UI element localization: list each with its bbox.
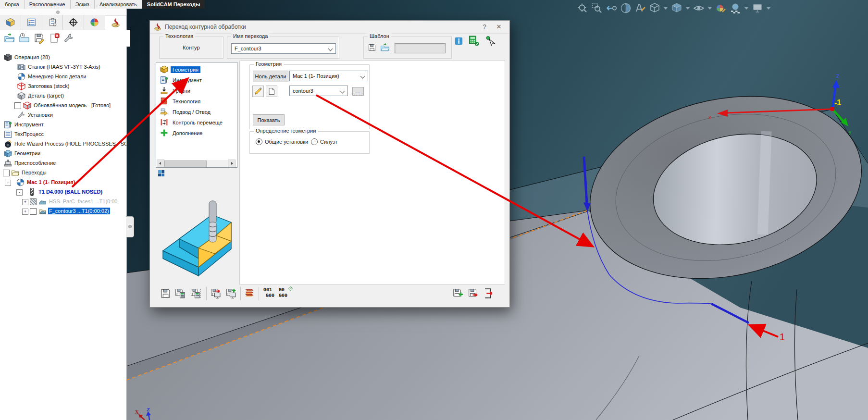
help-button[interactable]: ? — [479, 23, 490, 31]
tree-item-9[interactable]: ТехПроцесс — [0, 130, 126, 139]
tree-item-7[interactable]: Установки — [0, 111, 126, 120]
save-run-icon[interactable] — [468, 288, 479, 299]
template-name-field[interactable] — [395, 43, 446, 53]
radio-general-settings[interactable]: Общие установки — [256, 138, 308, 145]
toolbar-collapse-strip[interactable] — [0, 9, 126, 15]
menu-tab-3[interactable]: Эскиз — [71, 0, 95, 9]
pick-cursor-icon[interactable] — [484, 36, 496, 47]
hide-items-icon[interactable] — [693, 2, 705, 14]
collapse-icon[interactable]: - — [5, 180, 11, 186]
edit-geometry-button[interactable] — [252, 86, 264, 97]
pages-grid-icon[interactable] — [158, 170, 165, 177]
new-geometry-button[interactable] — [266, 86, 277, 97]
appearance-icon[interactable] — [715, 2, 727, 14]
tree-item-10[interactable]: Hole Wizard Process (HOLE PROCESSES - SO… — [0, 140, 126, 148]
panel-splitter-handle[interactable] — [126, 216, 134, 237]
radio-silhouette[interactable]: Силуэт — [311, 138, 337, 145]
menu-tab-5[interactable]: SolidCAM Переходы — [142, 0, 205, 9]
panel-tab-mate-tab[interactable] — [42, 15, 63, 30]
save-icon[interactable] — [160, 288, 171, 299]
tree-item-6[interactable]: Обновлённая модель - [Готово] — [0, 101, 126, 110]
section-view-icon[interactable] — [620, 2, 632, 14]
nav-horizontal-scrollbar[interactable] — [157, 160, 236, 167]
save-calc-icon[interactable] — [174, 288, 186, 299]
view-settings-icon[interactable] — [752, 2, 763, 14]
browse-geometry-button[interactable]: ... — [352, 87, 364, 96]
panel-tab-appearance-tab[interactable] — [84, 15, 105, 30]
scrollbar-thumb[interactable] — [164, 161, 207, 167]
calc-monitor-icon[interactable] — [210, 288, 221, 299]
dialog-nav-уровни[interactable]: Уровни — [156, 86, 236, 96]
tree-item-16[interactable]: +HSS_ParC_faces1 ...T1(0:00 — [0, 198, 126, 206]
recent-docs-icon[interactable] — [19, 33, 30, 44]
tree-checkbox[interactable] — [30, 198, 37, 205]
tree-item-8[interactable]: Инструмент — [0, 121, 126, 129]
tree-item-5[interactable]: Деталь (target) — [0, 92, 126, 100]
chevron-down-icon[interactable] — [664, 7, 668, 10]
layers-icon[interactable] — [244, 288, 255, 299]
previous-view-icon[interactable] — [606, 2, 617, 14]
tree-item-15[interactable]: -T1 D4.000 (BALL NOSED) — [0, 188, 126, 197]
exit-icon[interactable] — [483, 288, 494, 299]
chevron-down-icon[interactable] — [708, 7, 712, 10]
scroll-left-icon[interactable] — [157, 160, 164, 167]
save-plus-icon[interactable] — [452, 288, 463, 299]
tree-checkbox[interactable] — [14, 102, 21, 109]
collapse-icon[interactable]: - — [16, 189, 23, 196]
panel-tab-solidcam-tab[interactable] — [105, 15, 126, 30]
dialog-nav-подвод-отвод[interactable]: Подвод / Отвод — [156, 107, 236, 117]
operation-name-combobox[interactable]: F_contour3 — [231, 43, 336, 54]
open-template-folder-icon[interactable] — [380, 43, 390, 52]
tree-item-1[interactable]: Операция (28) — [0, 53, 126, 62]
display-style-icon[interactable] — [671, 2, 682, 14]
menu-tab-1[interactable]: борка — [0, 0, 25, 9]
dialog-nav-дополнение[interactable]: Дополнение — [156, 128, 236, 138]
tree-item-3[interactable]: Менеджер Ноля детали — [0, 73, 126, 81]
tree-item-17[interactable]: +F_contour3 ...T1(0:00:02) — [0, 207, 126, 216]
dialog-nav-инструмент[interactable]: Инструмент — [156, 75, 236, 85]
scroll-right-icon[interactable] — [228, 160, 236, 167]
menu-tab-2[interactable]: Расположение — [25, 0, 71, 9]
scene-icon[interactable] — [730, 2, 741, 14]
panel-tab-display-tab[interactable] — [21, 15, 42, 30]
menu-tab-4[interactable]: Анализировать — [95, 0, 142, 9]
panel-tab-dimxpert-tab[interactable] — [63, 15, 84, 30]
coordsys-combobox[interactable]: Mac 1 (1- Позиция) — [289, 71, 368, 81]
dialog-title-bar[interactable]: Переход контурной обработки — [150, 21, 509, 34]
settings-wrench-icon[interactable] — [63, 33, 74, 44]
dialog-nav-контроль-перемеще[interactable]: Контроль перемеще — [156, 117, 236, 127]
dialog-nav-геометрия[interactable]: Геометрия — [156, 64, 236, 74]
tree-item-11[interactable]: Геометрии — [0, 149, 126, 158]
zoom-fit-icon[interactable] — [577, 2, 588, 14]
tree-item-14[interactable]: -Mac 1 (1- Позиция) — [0, 178, 126, 187]
tree-item-12[interactable]: Приспособление — [0, 159, 126, 168]
template-group-label: Шаблон — [368, 33, 391, 39]
expand-icon[interactable]: + — [22, 199, 28, 205]
info-icon[interactable] — [455, 37, 463, 45]
chevron-down-icon[interactable] — [744, 7, 748, 10]
show-geometry-button[interactable]: Показать — [253, 114, 285, 125]
chevron-down-icon[interactable] — [686, 7, 690, 10]
dialog-nav-технология[interactable]: Технология — [156, 96, 236, 106]
tree-item-13[interactable]: Переходы — [0, 169, 126, 177]
expand-icon[interactable]: + — [22, 209, 28, 215]
view-orientation-icon[interactable] — [649, 2, 660, 14]
tree-item-2[interactable]: Станок (HAAS VF-3YT 3-Axis) — [0, 63, 126, 72]
contour-combobox[interactable]: contour3 — [289, 86, 348, 96]
tree-checkbox[interactable] — [30, 208, 37, 215]
open-folder-icon[interactable] — [4, 33, 15, 44]
save-template-floppy-icon[interactable] — [368, 43, 376, 52]
tree-checkbox[interactable] — [3, 170, 10, 176]
chevron-down-icon[interactable] — [767, 7, 770, 10]
close-doc-icon[interactable] — [49, 33, 60, 44]
save-calc-all-icon[interactable] — [190, 288, 201, 299]
panel-tab-model-tab[interactable] — [0, 15, 21, 30]
close-icon[interactable]: ✕ — [493, 23, 505, 31]
annotation-icon[interactable] — [634, 2, 646, 14]
gcode-monitor-icon[interactable] — [225, 288, 236, 299]
tool-data-icon[interactable] — [468, 36, 481, 47]
zoom-area-icon[interactable] — [591, 2, 603, 14]
part-zero-button[interactable]: Ноль детали — [253, 71, 288, 82]
tree-item-4[interactable]: Заготовка (stock) — [0, 82, 126, 91]
save-template-icon[interactable] — [34, 33, 45, 44]
